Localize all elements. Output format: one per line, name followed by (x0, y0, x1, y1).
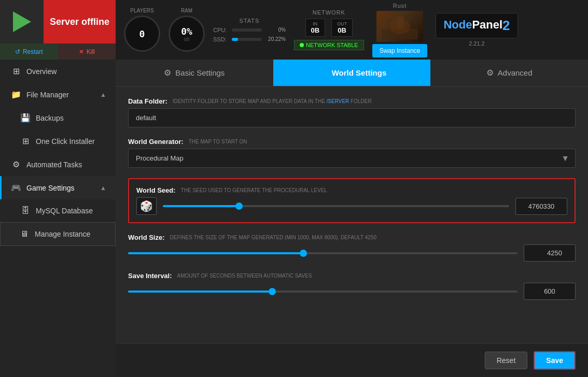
world-seed-slider-wrapper (163, 205, 509, 207)
automated-tasks-icon: ⚙ (11, 160, 21, 169)
world-size-slider-wrapper (128, 252, 517, 254)
bottom-bar: Reset Save (116, 343, 588, 377)
start-button[interactable] (0, 0, 44, 44)
top-bar: Server offline ↺ Restart ✕ Kill PLAYERS … (0, 0, 588, 60)
server-offline-label: Server offline (44, 0, 116, 44)
app-container: Server offline ↺ Restart ✕ Kill PLAYERS … (0, 0, 588, 377)
world-size-label: World Size: DEFINES THE SIZE OF THE MAP … (128, 234, 576, 241)
tab-basic-settings[interactable]: ⚙ Basic Settings (116, 60, 273, 86)
save-button[interactable]: Save (534, 351, 576, 370)
sidebar: ⊞ Overview 📁 File Manager ▲ 💾 Backups ⊞ … (0, 60, 116, 377)
world-seed-label: World Seed: THE SEED USED TO GENERATE TH… (136, 186, 567, 194)
sidebar-item-one-click[interactable]: ⊞ One Click Installer (0, 129, 116, 153)
reset-button[interactable]: Reset (485, 352, 528, 369)
sidebar-item-label: Game Settings (26, 184, 75, 192)
data-folder-block: Data Folder: IDENTITY FOLDER TO STORE MA… (128, 97, 576, 127)
sidebar-item-label: File Manager (26, 91, 69, 99)
node-panel: NodePanel2 2.21.2 (436, 13, 517, 47)
file-manager-scroll[interactable]: ▲ (100, 91, 106, 98)
ram-stat: RAM 0% 0B (169, 8, 205, 52)
sidebar-item-overview[interactable]: ⊞ Overview (0, 60, 116, 83)
save-interval-fill (128, 291, 272, 293)
overview-icon: ⊞ (11, 66, 21, 76)
tab-advanced[interactable]: ⚙ Advanced (430, 60, 588, 86)
sidebar-item-label: MySQL Database (36, 207, 93, 215)
server-actions: ↺ Restart ✕ Kill (0, 44, 116, 60)
world-generator-select-wrapper: Procedural Map Barren HapisModulusIsland… (128, 149, 576, 168)
network-row: IN 0B OUT 0B (305, 19, 353, 37)
start-icon (13, 11, 31, 32)
data-folder-label: Data Folder: IDENTITY FOLDER TO STORE MA… (128, 97, 576, 105)
swap-instance-button[interactable]: Swap Instance (372, 44, 428, 57)
sidebar-item-automated-tasks[interactable]: ⚙ Automated Tasks (0, 153, 116, 176)
sidebar-item-manage-instance[interactable]: 🖥 Manage Instance (0, 222, 116, 246)
network-in-box: IN 0B (305, 19, 326, 37)
world-seed-input[interactable] (515, 198, 567, 215)
ssd-row: SSD: 20.22% (213, 36, 286, 42)
ssd-bar (232, 38, 238, 41)
kill-icon: ✕ (79, 48, 84, 55)
node-version: 2.21.2 (469, 40, 485, 47)
sidebar-item-label: Manage Instance (35, 230, 90, 238)
mysql-icon: 🗄 (20, 206, 31, 215)
sidebar-item-backups[interactable]: 💾 Backups (0, 106, 116, 129)
sidebar-item-label: One Click Installer (36, 137, 95, 146)
save-interval-slider-wrapper (128, 291, 517, 293)
content-area: Data Folder: IDENTITY FOLDER TO STORE MA… (116, 87, 588, 343)
world-size-thumb[interactable] (300, 250, 307, 257)
ram-circle: 0% 0B (169, 16, 205, 52)
kill-button[interactable]: ✕ Kill (58, 44, 116, 60)
cpu-ssd-panel: STATS CPU: 0% SSD: 20.22% (213, 18, 286, 42)
world-seed-slider-row: 🎲 (136, 197, 567, 215)
network-out-box: OUT 0B (331, 19, 353, 37)
file-manager-icon: 📁 (11, 90, 21, 99)
world-seed-randomize-icon[interactable]: 🎲 (136, 197, 157, 215)
restart-button[interactable]: ↺ Restart (0, 44, 58, 60)
world-size-input[interactable] (524, 244, 576, 262)
players-circle: 0 (124, 16, 160, 52)
world-seed-fill (163, 205, 239, 207)
save-interval-block: Save Interval: AMOUNT OF SECONDS BETWEEN… (128, 272, 576, 300)
world-seed-block: World Seed: THE SEED USED TO GENERATE TH… (128, 178, 576, 223)
tab-world-settings[interactable]: 🌐 World Settings (273, 60, 431, 86)
world-settings-icon: 🌐 (317, 68, 328, 78)
sidebar-item-mysql[interactable]: 🗄 MySQL Database (0, 199, 116, 222)
cpu-row: CPU: 0% (213, 27, 286, 33)
server-offline-top: Server offline (0, 0, 116, 44)
one-click-icon: ⊞ (20, 136, 31, 146)
players-stat: PLAYERS 0 (124, 8, 160, 52)
world-seed-thumb[interactable] (235, 202, 243, 210)
right-panel: ⚙ Basic Settings 🌐 World Settings ⚙ Adva… (116, 60, 588, 377)
save-interval-slider-row (128, 283, 576, 300)
sidebar-item-label: Overview (26, 67, 57, 76)
world-size-spinner-wrapper (524, 244, 576, 262)
sidebar-item-game-settings[interactable]: 🎮 Game Settings ▲ (0, 176, 116, 199)
tab-bar: ⚙ Basic Settings 🌐 World Settings ⚙ Adva… (116, 60, 588, 87)
world-generator-select[interactable]: Procedural Map Barren HapisModulusIsland… (128, 149, 576, 168)
sidebar-item-file-manager[interactable]: 📁 File Manager ▲ (0, 83, 116, 106)
stats-area: PLAYERS 0 RAM 0% 0B STATS CPU: (116, 0, 588, 60)
world-size-slider-row (128, 244, 576, 262)
network-panel: NETWORK IN 0B OUT 0B NETWORK STABLE (294, 9, 364, 50)
backups-icon: 💾 (20, 113, 31, 123)
stable-dot (300, 43, 304, 47)
restart-icon: ↺ (15, 48, 20, 55)
save-interval-thumb[interactable] (269, 288, 276, 295)
manage-instance-icon: 🖥 (19, 229, 30, 239)
save-interval-label: Save Interval: AMOUNT OF SECONDS BETWEEN… (128, 272, 576, 280)
save-interval-input[interactable] (524, 283, 576, 300)
rust-panel: Rust Swap Instance (372, 3, 428, 57)
advanced-icon: ⚙ (486, 68, 494, 78)
main-area: ⊞ Overview 📁 File Manager ▲ 💾 Backups ⊞ … (0, 60, 588, 377)
game-settings-scroll[interactable]: ▲ (100, 184, 106, 192)
rust-thumbnail (376, 11, 423, 42)
basic-settings-icon: ⚙ (164, 68, 171, 78)
world-generator-label: World Generator: THE MAP TO START ON (128, 138, 576, 146)
world-generator-block: World Generator: THE MAP TO START ON Pro… (128, 138, 576, 168)
sidebar-item-label: Automated Tasks (26, 161, 82, 169)
world-size-fill (128, 252, 303, 254)
server-status-panel: Server offline ↺ Restart ✕ Kill (0, 0, 116, 60)
data-folder-input[interactable] (128, 108, 576, 127)
sidebar-item-label: Backups (36, 114, 64, 122)
server-folder-link[interactable]: /SERVER (327, 98, 349, 104)
